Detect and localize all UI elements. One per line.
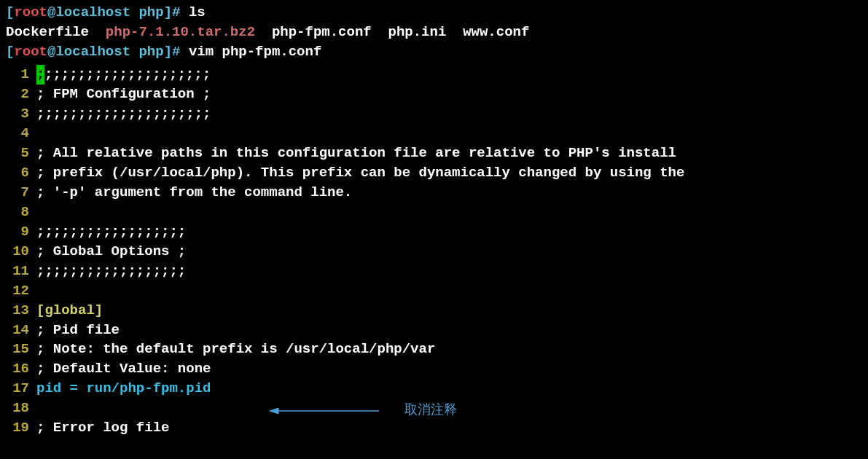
line-number: 3 bbox=[6, 104, 36, 124]
line-number: 14 bbox=[6, 321, 36, 340]
line-number: 18 bbox=[6, 399, 36, 418]
code-text: ;;;;;;;;;;;;;;;;;;;;; bbox=[36, 104, 211, 124]
line-number: 15 bbox=[6, 340, 36, 359]
command-text: ls bbox=[189, 4, 206, 20]
editor-line-17: 17pid = run/php-fpm.pid bbox=[6, 379, 862, 399]
line-number: 2 bbox=[6, 85, 36, 104]
line-number: 12 bbox=[6, 281, 36, 301]
line-number: 17 bbox=[6, 379, 36, 399]
code-text: ; Error log file bbox=[36, 418, 169, 438]
code-text: ; Pid file bbox=[36, 321, 120, 340]
editor-line-13: 13[global] bbox=[6, 301, 862, 321]
editor-line-10: 10; Global Options ; bbox=[6, 242, 862, 262]
prompt-path: php bbox=[138, 44, 163, 60]
bracket-open: [ bbox=[6, 4, 14, 20]
line-number: 5 bbox=[6, 144, 36, 163]
command-text: vim php-fpm.conf bbox=[189, 44, 321, 60]
editor-line-4: 4 bbox=[6, 124, 862, 144]
line-number: 1 bbox=[6, 65, 36, 85]
prompt-host: localhost bbox=[55, 44, 130, 60]
hash-sign: # bbox=[172, 4, 180, 20]
annotation-arrow-icon bbox=[270, 404, 379, 418]
editor-line-16: 16; Default Value: none bbox=[6, 359, 862, 379]
prompt-user: root bbox=[14, 44, 47, 60]
editor-line-8: 8 bbox=[6, 203, 862, 222]
code-text: [global] bbox=[36, 301, 103, 321]
prompt-host: localhost bbox=[55, 4, 130, 20]
prompt-user: root bbox=[14, 4, 47, 20]
prompt-line-1[interactable]: [root@localhost php]# ls bbox=[6, 3, 862, 23]
bracket-close: ] bbox=[164, 4, 172, 20]
line-number: 10 bbox=[6, 242, 36, 262]
line-number: 9 bbox=[6, 222, 36, 242]
line-number: 16 bbox=[6, 359, 36, 379]
code-text: pid = run/php-fpm.pid bbox=[36, 379, 211, 399]
editor-line-6: 6; prefix (/usr/local/php). This prefix … bbox=[6, 163, 862, 183]
code-text: ; '-p' argument from the command line. bbox=[36, 183, 352, 203]
line-number: 19 bbox=[6, 418, 36, 438]
code-text: ;;;;;;;;;;;;;;;;;; bbox=[36, 262, 186, 281]
line-number: 8 bbox=[6, 203, 36, 222]
code-text: ; FPM Configuration ; bbox=[36, 85, 211, 104]
editor-line-15: 15; Note: the default prefix is /usr/loc… bbox=[6, 340, 862, 359]
editor-line-5: 5; All relative paths in this configurat… bbox=[6, 144, 862, 163]
editor-line-3: 3;;;;;;;;;;;;;;;;;;;;; bbox=[6, 104, 862, 124]
vim-editor[interactable]: 1;;;;;;;;;;;;;;;;;;;;; 2; FPM Configurat… bbox=[6, 65, 862, 438]
bracket-close: ] bbox=[164, 44, 172, 60]
editor-line-7: 7; '-p' argument from the command line. bbox=[6, 183, 862, 203]
prompt-path: php bbox=[138, 4, 163, 20]
editor-line-2: 2; FPM Configuration ; bbox=[6, 85, 862, 104]
code-text: ; All relative paths in this configurati… bbox=[36, 144, 676, 163]
line-number: 6 bbox=[6, 163, 36, 183]
code-text: ; Default Value: none bbox=[36, 359, 211, 379]
prompt-spacer bbox=[180, 4, 188, 20]
file-www-conf: www.conf bbox=[463, 24, 529, 40]
line-number: 4 bbox=[6, 124, 36, 144]
hash-sign: # bbox=[172, 44, 180, 60]
file-php-ini: php.ini bbox=[388, 24, 464, 40]
ls-output-line: Dockerfile php-7.1.10.tar.bz2 php-fpm.co… bbox=[6, 23, 862, 42]
line-number: 7 bbox=[6, 183, 36, 203]
line-number: 11 bbox=[6, 262, 36, 281]
editor-line-12: 12 bbox=[6, 281, 862, 301]
file-tarball: php-7.1.10.tar.bz2 bbox=[106, 24, 272, 40]
editor-line-9: 9;;;;;;;;;;;;;;;;;; bbox=[6, 222, 862, 242]
code-text: ;;;;;;;;;;;;;;;;;; bbox=[36, 222, 186, 242]
editor-line-19: 19; Error log file bbox=[6, 418, 862, 438]
file-dockerfile: Dockerfile bbox=[6, 24, 106, 40]
editor-line-14: 14; Pid file bbox=[6, 321, 862, 340]
bracket-open: [ bbox=[6, 44, 14, 60]
editor-line-11: 11;;;;;;;;;;;;;;;;;; bbox=[6, 262, 862, 281]
line-number: 13 bbox=[6, 301, 36, 321]
at-sign: @ bbox=[47, 4, 55, 20]
code-text: ; Global Options ; bbox=[36, 242, 186, 262]
file-fpm-conf: php-fpm.conf bbox=[272, 24, 388, 40]
svg-marker-1 bbox=[270, 408, 278, 414]
at-sign: @ bbox=[47, 44, 55, 60]
prompt-line-2[interactable]: [root@localhost php]# vim php-fpm.conf bbox=[6, 42, 862, 62]
code-text: ;;;;;;;;;;;;;;;;;;;; bbox=[44, 65, 211, 85]
code-text: ; prefix (/usr/local/php). This prefix c… bbox=[36, 163, 684, 183]
code-text: ; Note: the default prefix is /usr/local… bbox=[36, 340, 435, 359]
annotation-label: 取消注释 bbox=[404, 401, 457, 420]
editor-line-1: 1;;;;;;;;;;;;;;;;;;;;; bbox=[6, 65, 862, 85]
prompt-space bbox=[130, 4, 138, 20]
prompt-space bbox=[130, 44, 138, 60]
prompt-spacer bbox=[180, 44, 188, 60]
cursor: ; bbox=[36, 65, 44, 85]
